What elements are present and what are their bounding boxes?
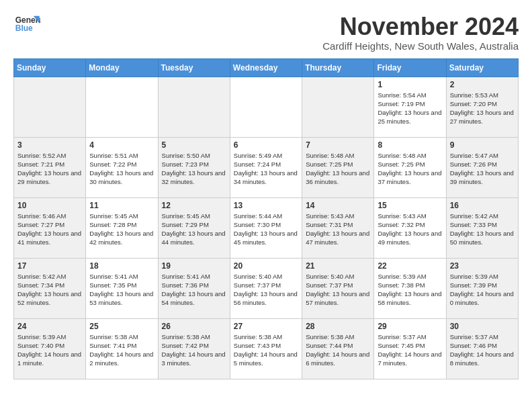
calendar-cell: 22Sunrise: 5:39 AM Sunset: 7:38 PM Dayli… — [374, 258, 446, 318]
calendar-cell: 26Sunrise: 5:38 AM Sunset: 7:42 PM Dayli… — [158, 318, 230, 379]
day-number: 30 — [450, 322, 515, 331]
day-number: 14 — [306, 201, 370, 210]
day-info: Sunrise: 5:52 AM Sunset: 7:21 PM Dayligh… — [17, 151, 82, 187]
weekday-header-tuesday: Tuesday — [158, 58, 230, 77]
day-info: Sunrise: 5:39 AM Sunset: 7:40 PM Dayligh… — [17, 332, 82, 368]
day-info: Sunrise: 5:42 AM Sunset: 7:34 PM Dayligh… — [17, 272, 82, 308]
day-info: Sunrise: 5:42 AM Sunset: 7:33 PM Dayligh… — [450, 212, 515, 247]
day-number: 11 — [89, 201, 154, 210]
day-number: 15 — [378, 201, 442, 210]
logo: General Blue — [13, 13, 43, 34]
weekday-header-row: SundayMondayTuesdayWednesdayThursdayFrid… — [14, 58, 519, 77]
calendar-cell: 3Sunrise: 5:52 AM Sunset: 7:21 PM Daylig… — [14, 137, 86, 197]
day-number: 5 — [162, 140, 226, 150]
calendar-cell: 13Sunrise: 5:44 AM Sunset: 7:30 PM Dayli… — [230, 197, 302, 258]
calendar-body: 1Sunrise: 5:54 AM Sunset: 7:19 PM Daylig… — [14, 77, 519, 379]
day-info: Sunrise: 5:44 AM Sunset: 7:30 PM Dayligh… — [234, 212, 298, 247]
weekday-header-thursday: Thursday — [302, 58, 374, 77]
calendar-cell: 1Sunrise: 5:54 AM Sunset: 7:19 PM Daylig… — [374, 77, 446, 137]
weekday-header-sunday: Sunday — [14, 58, 86, 77]
day-info: Sunrise: 5:43 AM Sunset: 7:32 PM Dayligh… — [378, 212, 442, 247]
day-number: 13 — [234, 201, 298, 210]
calendar-cell: 2Sunrise: 5:53 AM Sunset: 7:20 PM Daylig… — [446, 77, 518, 137]
day-info: Sunrise: 5:41 AM Sunset: 7:35 PM Dayligh… — [89, 272, 154, 308]
day-info: Sunrise: 5:38 AM Sunset: 7:44 PM Dayligh… — [306, 332, 370, 368]
day-info: Sunrise: 5:43 AM Sunset: 7:31 PM Dayligh… — [306, 212, 370, 247]
day-info: Sunrise: 5:48 AM Sunset: 7:25 PM Dayligh… — [306, 151, 370, 187]
day-info: Sunrise: 5:39 AM Sunset: 7:39 PM Dayligh… — [450, 272, 515, 308]
day-number: 25 — [89, 322, 154, 331]
calendar-cell: 15Sunrise: 5:43 AM Sunset: 7:32 PM Dayli… — [374, 197, 446, 258]
day-number: 7 — [306, 140, 370, 150]
calendar-cell: 23Sunrise: 5:39 AM Sunset: 7:39 PM Dayli… — [446, 258, 518, 318]
day-number: 18 — [89, 261, 154, 271]
day-info: Sunrise: 5:38 AM Sunset: 7:42 PM Dayligh… — [162, 332, 226, 368]
day-number: 2 — [450, 80, 515, 89]
calendar-cell: 9Sunrise: 5:47 AM Sunset: 7:26 PM Daylig… — [446, 137, 518, 197]
page-header: General Blue November 2024 Cardiff Heigh… — [13, 13, 519, 52]
calendar-week-3: 10Sunrise: 5:46 AM Sunset: 7:27 PM Dayli… — [14, 197, 519, 258]
month-title: November 2024 — [322, 13, 519, 40]
day-number: 1 — [378, 80, 442, 89]
day-number: 19 — [162, 261, 226, 271]
weekday-header-friday: Friday — [374, 58, 446, 77]
calendar-week-1: 1Sunrise: 5:54 AM Sunset: 7:19 PM Daylig… — [14, 77, 519, 137]
day-number: 28 — [306, 322, 370, 331]
day-info: Sunrise: 5:45 AM Sunset: 7:29 PM Dayligh… — [162, 212, 226, 247]
calendar-cell — [14, 77, 86, 137]
day-info: Sunrise: 5:46 AM Sunset: 7:27 PM Dayligh… — [17, 212, 82, 247]
calendar-cell: 16Sunrise: 5:42 AM Sunset: 7:33 PM Dayli… — [446, 197, 518, 258]
day-info: Sunrise: 5:40 AM Sunset: 7:37 PM Dayligh… — [234, 272, 298, 308]
calendar-cell: 11Sunrise: 5:45 AM Sunset: 7:28 PM Dayli… — [86, 197, 158, 258]
day-number: 24 — [17, 322, 82, 331]
weekday-header-monday: Monday — [86, 58, 158, 77]
calendar-cell: 5Sunrise: 5:50 AM Sunset: 7:23 PM Daylig… — [158, 137, 230, 197]
calendar-cell: 14Sunrise: 5:43 AM Sunset: 7:31 PM Dayli… — [302, 197, 374, 258]
day-info: Sunrise: 5:53 AM Sunset: 7:20 PM Dayligh… — [450, 91, 515, 126]
calendar-cell: 17Sunrise: 5:42 AM Sunset: 7:34 PM Dayli… — [14, 258, 86, 318]
calendar-cell: 28Sunrise: 5:38 AM Sunset: 7:44 PM Dayli… — [302, 318, 374, 379]
calendar-cell: 12Sunrise: 5:45 AM Sunset: 7:29 PM Dayli… — [158, 197, 230, 258]
calendar-cell: 27Sunrise: 5:38 AM Sunset: 7:43 PM Dayli… — [230, 318, 302, 379]
day-number: 10 — [17, 201, 82, 210]
day-info: Sunrise: 5:37 AM Sunset: 7:46 PM Dayligh… — [450, 332, 515, 368]
day-info: Sunrise: 5:51 AM Sunset: 7:22 PM Dayligh… — [89, 151, 154, 187]
day-number: 6 — [234, 140, 298, 150]
calendar-cell: 18Sunrise: 5:41 AM Sunset: 7:35 PM Dayli… — [86, 258, 158, 318]
location-subtitle: Cardiff Heights, New South Wales, Austra… — [322, 40, 519, 52]
day-info: Sunrise: 5:45 AM Sunset: 7:28 PM Dayligh… — [89, 212, 154, 247]
day-info: Sunrise: 5:50 AM Sunset: 7:23 PM Dayligh… — [162, 151, 226, 187]
day-number: 22 — [378, 261, 442, 271]
day-number: 20 — [234, 261, 298, 271]
day-number: 23 — [450, 261, 515, 271]
calendar-cell: 19Sunrise: 5:41 AM Sunset: 7:36 PM Dayli… — [158, 258, 230, 318]
calendar-week-5: 24Sunrise: 5:39 AM Sunset: 7:40 PM Dayli… — [14, 318, 519, 379]
day-number: 3 — [17, 140, 82, 150]
calendar-header: SundayMondayTuesdayWednesdayThursdayFrid… — [14, 58, 519, 77]
calendar-cell — [302, 77, 374, 137]
day-number: 29 — [378, 322, 442, 331]
calendar-cell: 10Sunrise: 5:46 AM Sunset: 7:27 PM Dayli… — [14, 197, 86, 258]
day-info: Sunrise: 5:37 AM Sunset: 7:45 PM Dayligh… — [378, 332, 442, 368]
title-area: November 2024 Cardiff Heights, New South… — [322, 13, 519, 52]
calendar-cell: 21Sunrise: 5:40 AM Sunset: 7:37 PM Dayli… — [302, 258, 374, 318]
day-info: Sunrise: 5:38 AM Sunset: 7:43 PM Dayligh… — [234, 332, 298, 368]
calendar-cell: 7Sunrise: 5:48 AM Sunset: 7:25 PM Daylig… — [302, 137, 374, 197]
weekday-header-wednesday: Wednesday — [230, 58, 302, 77]
calendar-cell: 8Sunrise: 5:48 AM Sunset: 7:25 PM Daylig… — [374, 137, 446, 197]
calendar-cell: 25Sunrise: 5:38 AM Sunset: 7:41 PM Dayli… — [86, 318, 158, 379]
day-info: Sunrise: 5:48 AM Sunset: 7:25 PM Dayligh… — [378, 151, 442, 187]
calendar-cell: 4Sunrise: 5:51 AM Sunset: 7:22 PM Daylig… — [86, 137, 158, 197]
calendar-week-2: 3Sunrise: 5:52 AM Sunset: 7:21 PM Daylig… — [14, 137, 519, 197]
calendar-week-4: 17Sunrise: 5:42 AM Sunset: 7:34 PM Dayli… — [14, 258, 519, 318]
day-number: 9 — [450, 140, 515, 150]
logo-icon: General Blue — [13, 13, 40, 34]
day-info: Sunrise: 5:41 AM Sunset: 7:36 PM Dayligh… — [162, 272, 226, 308]
day-info: Sunrise: 5:38 AM Sunset: 7:41 PM Dayligh… — [89, 332, 154, 368]
calendar-cell — [158, 77, 230, 137]
day-number: 27 — [234, 322, 298, 331]
day-number: 17 — [17, 261, 82, 271]
calendar-cell — [230, 77, 302, 137]
day-number: 26 — [162, 322, 226, 331]
calendar-table: SundayMondayTuesdayWednesdayThursdayFrid… — [13, 58, 519, 379]
